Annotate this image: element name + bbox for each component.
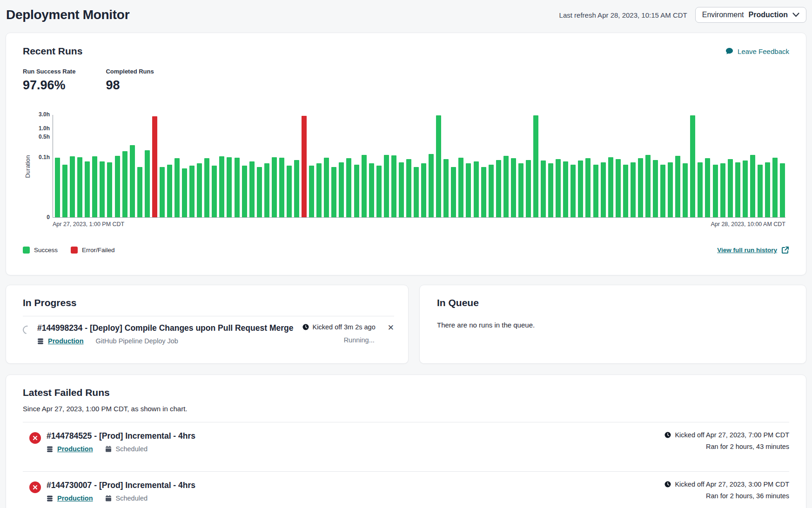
chart-bar-success[interactable] bbox=[608, 157, 613, 218]
chart-bar-success[interactable] bbox=[137, 167, 142, 217]
chart-bar-success[interactable] bbox=[346, 158, 351, 217]
chart-bar-success[interactable] bbox=[130, 145, 135, 217]
chart-bar-success[interactable] bbox=[264, 163, 269, 217]
chart-bar-success[interactable] bbox=[406, 159, 411, 217]
chart-bar-success[interactable] bbox=[294, 160, 299, 217]
chart-bar-success[interactable] bbox=[548, 163, 553, 217]
chart-bar-success[interactable] bbox=[705, 158, 710, 217]
chart-bar-success[interactable] bbox=[369, 163, 374, 217]
chart-bar-success[interactable] bbox=[376, 166, 382, 217]
chart-bar-success[interactable] bbox=[287, 166, 292, 217]
chart-bar-success[interactable] bbox=[541, 160, 546, 217]
chart-bar-success[interactable] bbox=[638, 158, 643, 217]
chart-bar-success[interactable] bbox=[631, 162, 636, 217]
chart-bar-success[interactable] bbox=[85, 161, 90, 217]
close-icon[interactable]: ✕ bbox=[388, 323, 394, 345]
chart-bar-success[interactable] bbox=[189, 166, 195, 217]
chart-bar-success[interactable] bbox=[429, 154, 434, 218]
chart-bar-success[interactable] bbox=[174, 158, 180, 217]
chart-bar-success[interactable] bbox=[331, 167, 336, 217]
chart-bar-success[interactable] bbox=[212, 166, 217, 217]
chart-bar-success[interactable] bbox=[122, 151, 128, 217]
chart-bar-success[interactable] bbox=[593, 165, 598, 217]
chart-bar-success[interactable] bbox=[556, 159, 561, 217]
chart-bar-success[interactable] bbox=[683, 163, 688, 217]
chart-bar-success[interactable] bbox=[182, 168, 187, 217]
chart-bar-success[interactable] bbox=[279, 158, 284, 217]
chart-bar-success[interactable] bbox=[489, 165, 494, 217]
chart-bar-success[interactable] bbox=[653, 160, 658, 217]
chart-bar-success[interactable] bbox=[197, 163, 202, 217]
chart-bar-success[interactable] bbox=[668, 162, 673, 217]
chart-bar-success[interactable] bbox=[458, 158, 463, 217]
chart-bar-success[interactable] bbox=[204, 158, 209, 217]
chart-bar-success[interactable] bbox=[227, 157, 232, 218]
chart-bar-success[interactable] bbox=[55, 158, 60, 217]
chart-bar-success[interactable] bbox=[443, 159, 449, 217]
chart-bar-success[interactable] bbox=[77, 157, 82, 218]
chart-bar-success[interactable] bbox=[563, 161, 568, 217]
chart-bar-success[interactable] bbox=[100, 161, 105, 217]
chart-bar-success[interactable] bbox=[466, 163, 471, 217]
chart-bar-failed[interactable] bbox=[152, 116, 157, 217]
chart-bar-success[interactable] bbox=[578, 160, 583, 217]
chart-bar-success[interactable] bbox=[720, 163, 725, 217]
chart-bar-success[interactable] bbox=[384, 155, 389, 217]
chart-bar-success[interactable] bbox=[675, 156, 680, 217]
chart-bar-success[interactable] bbox=[219, 156, 224, 217]
chart-bar-success[interactable] bbox=[249, 161, 255, 217]
chart-bar-success[interactable] bbox=[235, 158, 240, 217]
chart-bar-success[interactable] bbox=[451, 167, 456, 217]
chart-bar-success[interactable] bbox=[115, 156, 120, 217]
chart-bar-success[interactable] bbox=[660, 165, 665, 217]
chart-bar-success[interactable] bbox=[107, 162, 112, 217]
chart-bar-success[interactable] bbox=[585, 158, 591, 217]
environment-link[interactable]: Production bbox=[57, 445, 93, 453]
chart-bar-success[interactable] bbox=[496, 160, 501, 217]
environment-link[interactable]: Production bbox=[57, 495, 93, 502]
chart-bar-success[interactable] bbox=[570, 165, 576, 217]
chart-bar-success[interactable] bbox=[272, 157, 277, 218]
chart-bar-success[interactable] bbox=[257, 167, 262, 217]
chart-bar-success[interactable] bbox=[750, 155, 755, 217]
environment-link[interactable]: Production bbox=[48, 337, 84, 345]
chart-bar-success[interactable] bbox=[309, 166, 314, 217]
chart-bar-success[interactable] bbox=[167, 165, 172, 217]
chart-bar-success[interactable] bbox=[324, 158, 329, 217]
chart-bar-success[interactable] bbox=[533, 115, 538, 217]
chart-bar-success[interactable] bbox=[70, 156, 75, 217]
chart-bar-success[interactable] bbox=[481, 167, 486, 217]
chart-bar-success[interactable] bbox=[690, 115, 695, 217]
chart-bar-success[interactable] bbox=[414, 167, 419, 217]
environment-dropdown[interactable]: Environment Production bbox=[695, 7, 806, 23]
chart-bar-success[interactable] bbox=[526, 160, 531, 217]
view-full-run-history-link[interactable]: View full run history bbox=[717, 246, 789, 254]
chart-bar-success[interactable] bbox=[316, 163, 322, 217]
chart-bar-success[interactable] bbox=[242, 166, 247, 217]
chart-bar-success[interactable] bbox=[758, 165, 763, 217]
chart-bar-success[interactable] bbox=[728, 159, 733, 217]
chart-bar-success[interactable] bbox=[772, 158, 778, 217]
chart-bar-success[interactable] bbox=[698, 162, 703, 217]
chart-bar-success[interactable] bbox=[421, 163, 426, 217]
chart-bar-success[interactable] bbox=[339, 162, 344, 217]
chart-bar-success[interactable] bbox=[645, 155, 651, 217]
chart-bar-success[interactable] bbox=[92, 156, 97, 217]
chart-bar-success[interactable] bbox=[436, 115, 441, 217]
chart-bar-success[interactable] bbox=[474, 161, 479, 217]
chart-bar-success[interactable] bbox=[399, 162, 404, 217]
chart-bar-success[interactable] bbox=[503, 156, 509, 217]
chart-bar-success[interactable] bbox=[511, 158, 516, 217]
leave-feedback-link[interactable]: Leave Feedback bbox=[725, 47, 789, 55]
chart-bar-success[interactable] bbox=[713, 165, 718, 217]
chart-bar-success[interactable] bbox=[354, 165, 359, 217]
chart-bar-success[interactable] bbox=[391, 155, 396, 217]
chart-bar-success[interactable] bbox=[616, 159, 621, 217]
chart-bar-success[interactable] bbox=[518, 163, 523, 217]
chart-bar-success[interactable] bbox=[780, 163, 785, 217]
chart-bar-success[interactable] bbox=[743, 160, 748, 217]
chart-bar-success[interactable] bbox=[362, 155, 367, 217]
chart-bar-success[interactable] bbox=[735, 162, 740, 217]
chart-bar-success[interactable] bbox=[160, 167, 165, 217]
chart-bar-success[interactable] bbox=[145, 150, 150, 217]
